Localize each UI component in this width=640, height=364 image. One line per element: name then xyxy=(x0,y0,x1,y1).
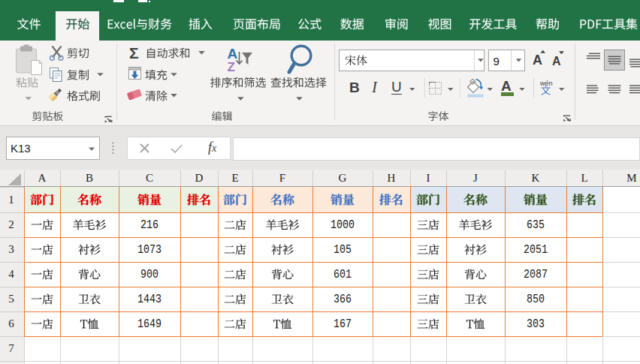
svg-text:Σ: Σ xyxy=(129,44,139,62)
svg-text:Z: Z xyxy=(228,60,235,74)
svg-text:9: 9 xyxy=(494,55,500,68)
svg-text:A: A xyxy=(228,46,238,62)
